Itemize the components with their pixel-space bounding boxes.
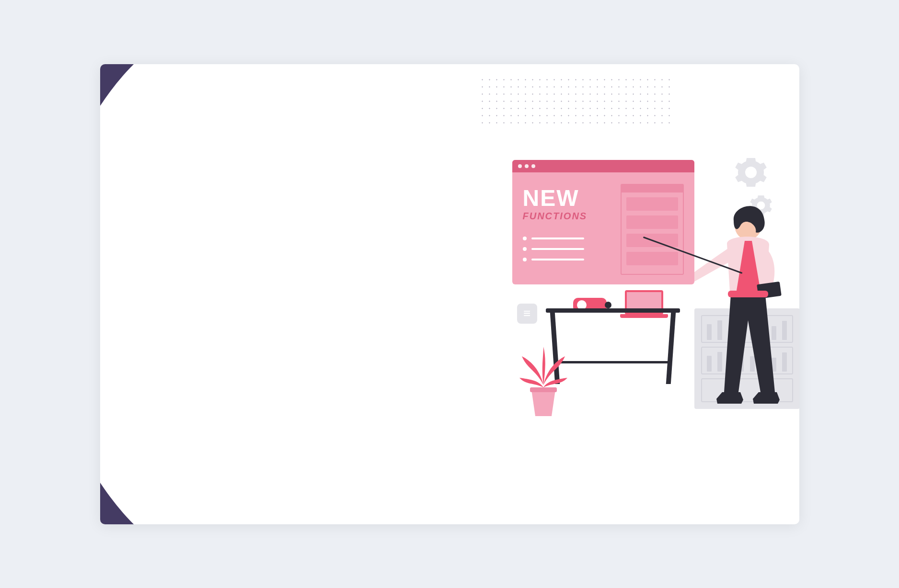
presentation-scene: NEW FUNCTIONS — [512, 150, 761, 418]
presenter-illustration — [694, 201, 790, 411]
banner-card: u New Feature Onboarding How To Make Use… — [100, 64, 799, 524]
board-bullets — [523, 237, 584, 268]
stage: u New Feature Onboarding How To Make Use… — [0, 0, 899, 588]
gear-icon — [734, 155, 768, 190]
presentation-board: NEW FUNCTIONS — [512, 160, 694, 284]
left-panel: u New Feature Onboarding How To Make Use… — [100, 64, 450, 524]
svg-rect-0 — [530, 387, 557, 392]
curve-divider — [100, 64, 479, 524]
svg-rect-4 — [728, 291, 768, 297]
board-feature-panel — [621, 184, 684, 275]
board-word-new: NEW — [523, 187, 579, 210]
board-header-bar — [512, 160, 694, 172]
potted-plant — [517, 342, 570, 418]
board-word-functions: FUNCTIONS — [523, 211, 588, 222]
speaker-icon — [517, 304, 537, 324]
illustration-area: NEW FUNCTIONS — [445, 64, 799, 524]
